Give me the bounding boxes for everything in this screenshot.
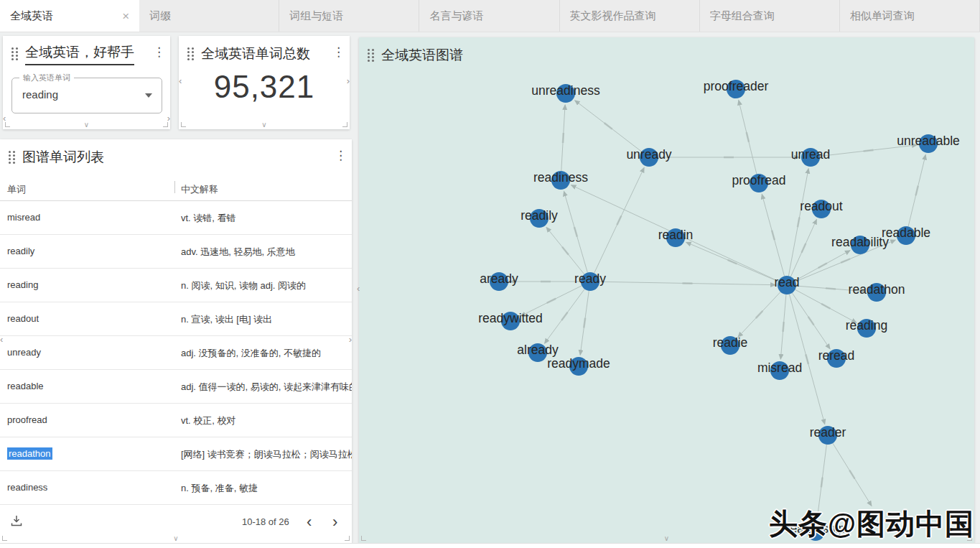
word-cell: readily xyxy=(7,246,34,256)
graph-edge-label-mark xyxy=(771,230,775,240)
chevron-down-icon[interactable] xyxy=(145,93,152,98)
graph-edge-label-mark xyxy=(801,243,806,253)
resize-right-icon[interactable]: › xyxy=(349,335,352,344)
graph-node-label: proofreader xyxy=(704,79,769,93)
meaning-cell: vt. 校正, 校对 xyxy=(181,414,352,427)
tab-7[interactable]: 相似单词查询 xyxy=(840,0,980,32)
tab-5[interactable]: 英文影视作品查询 xyxy=(560,0,700,32)
table-row[interactable]: readableadj. 值得一读的, 易读的, 读起来津津有味的 xyxy=(0,370,352,404)
resize-left-icon[interactable]: ‹ xyxy=(0,335,3,344)
meaning-cell: adj. 没预备的, 没准备的, 不敏捷的 xyxy=(181,347,352,360)
word-select[interactable]: 输入英语单词 reading xyxy=(11,78,162,113)
column-header-meaning[interactable]: 中文解释 xyxy=(181,183,218,196)
word-select-value: reading xyxy=(22,88,58,101)
resize-corner-icon[interactable] xyxy=(163,122,168,127)
word-cell: readout xyxy=(7,313,39,324)
graph-edge-label-mark xyxy=(682,282,692,284)
drag-handle-icon[interactable] xyxy=(11,47,18,61)
resize-corner-icon[interactable] xyxy=(5,122,10,127)
resize-right-icon[interactable]: › xyxy=(347,76,350,85)
panel-total-title: 全域英语单词总数 xyxy=(201,45,310,63)
resize-bottom-icon[interactable]: ∨ xyxy=(84,121,89,129)
graph-edge-label-mark xyxy=(745,132,750,142)
panel-table-title-row: 图谱单词列表 xyxy=(9,148,346,167)
graph-node-label: reading xyxy=(846,318,887,333)
graph-edge-label-mark xyxy=(849,470,856,479)
selected-word-highlight: readathon xyxy=(7,447,52,460)
panel-word-graph: 全域英语图谱 unreadinessproofreaderunreadyunre… xyxy=(359,37,974,543)
resize-corner-icon[interactable] xyxy=(181,122,186,127)
table-row[interactable]: misreadvt. 读错, 看错 xyxy=(0,201,352,235)
tab-label: 名言与谚语 xyxy=(429,9,549,23)
graph-edge-label-mark xyxy=(546,298,556,305)
tab-3[interactable]: 词组与短语 xyxy=(279,0,419,32)
tab-6[interactable]: 字母组合查询 xyxy=(700,0,840,32)
tab-label: 英文影视作品查询 xyxy=(570,9,689,23)
top-tab-bar: 全域英语×词缀词组与短语名言与谚语英文影视作品查询字母组合查询相似单词查询 xyxy=(0,0,980,32)
meaning-cell: n. 预备, 准备, 敏捷 xyxy=(181,482,352,495)
resize-corner-icon[interactable] xyxy=(361,536,366,541)
table-row[interactable]: readilyadv. 迅速地, 轻易地, 乐意地 xyxy=(0,235,352,269)
graph-edge-label-mark xyxy=(797,217,801,227)
meaning-cell: n. 阅读, 知识, 读物 adj. 阅读的 xyxy=(181,279,352,292)
graph-edge-label-mark xyxy=(583,317,586,328)
drag-handle-icon[interactable] xyxy=(9,151,15,164)
table-header: 单词 中文解释 xyxy=(0,177,352,201)
tab-close-icon[interactable]: × xyxy=(122,10,129,22)
table-row[interactable]: unreadyadj. 没预备的, 没准备的, 不敏捷的 xyxy=(0,336,352,370)
more-menu-icon[interactable]: ⋮ xyxy=(153,46,163,58)
graph-node-label: misread xyxy=(757,361,802,375)
meaning-cell: [网络] 读书竞赛；朗读马拉松；阅读马拉松 xyxy=(181,448,352,461)
word-cell: reading xyxy=(7,279,38,290)
download-icon[interactable] xyxy=(10,514,23,527)
table-row[interactable]: readathon[网络] 读书竞赛；朗读马拉松；阅读马拉松 xyxy=(0,437,352,471)
tab-label: 词缀 xyxy=(149,9,269,23)
graph-node-label: already xyxy=(517,343,559,357)
resize-bottom-icon[interactable]: ∨ xyxy=(173,534,178,542)
graph-node-label: readiness xyxy=(533,170,588,185)
graph-edge-label-mark xyxy=(841,258,851,264)
graph-edge-label-mark xyxy=(821,303,831,310)
graph-edge-label-mark xyxy=(616,215,622,226)
resize-left-icon[interactable]: ‹ xyxy=(179,76,182,85)
graph-node-label: readin xyxy=(658,228,694,242)
table-row[interactable]: readinessn. 预备, 准备, 敏捷 xyxy=(0,471,352,505)
word-cell: proofread xyxy=(7,414,47,425)
meaning-cell: vt. 读错, 看错 xyxy=(181,212,352,225)
meaning-cell: adj. 值得一读的, 易读的, 读起来津津有味的 xyxy=(181,381,352,394)
resize-corner-icon[interactable] xyxy=(345,536,350,541)
word-network-graph[interactable]: unreadinessproofreaderunreadyunreadunrea… xyxy=(359,37,974,543)
graph-edge-label-mark xyxy=(782,322,785,332)
more-menu-icon[interactable]: ⋮ xyxy=(332,46,342,58)
resize-corner-icon[interactable] xyxy=(2,536,7,541)
resize-left-icon[interactable]: ‹ xyxy=(357,284,360,293)
tab-4[interactable]: 名言与谚语 xyxy=(419,0,559,32)
graph-node-label: readable xyxy=(882,226,930,240)
table-row[interactable]: readingn. 阅读, 知识, 读物 adj. 阅读的 xyxy=(0,269,352,302)
resize-bottom-icon[interactable]: ∨ xyxy=(664,534,669,542)
graph-node-label: reread xyxy=(818,348,855,363)
table-row[interactable]: proofreadvt. 校正, 校对 xyxy=(0,404,352,437)
column-header-word[interactable]: 单词 xyxy=(7,183,26,196)
resize-corner-icon[interactable] xyxy=(342,122,347,127)
word-cell: readathon xyxy=(7,448,52,459)
more-menu-icon[interactable]: ⋮ xyxy=(335,149,345,162)
graph-edge-label-mark xyxy=(863,149,873,152)
tab-2[interactable]: 词缀 xyxy=(139,0,279,32)
graph-node-label: readathon xyxy=(849,282,905,297)
panel-helper-title-row: 全域英语，好帮手 xyxy=(11,45,164,63)
graph-node-label: reader xyxy=(810,425,846,440)
graph-edge-label-mark xyxy=(915,185,919,195)
tab-1[interactable]: 全域英语× xyxy=(0,0,139,32)
previous-page-icon[interactable]: ‹ xyxy=(307,513,312,531)
tab-label: 字母组合查询 xyxy=(710,9,829,23)
table-row[interactable]: readoutn. 宣读, 读出 [电] 读出 xyxy=(0,302,352,336)
graph-edge-label-mark xyxy=(574,227,578,237)
word-cell: misread xyxy=(7,212,40,223)
panel-total-title-row: 全域英语单词总数 xyxy=(187,45,344,63)
drag-handle-icon[interactable] xyxy=(187,47,194,61)
next-page-icon[interactable]: › xyxy=(332,513,337,531)
column-divider xyxy=(174,181,175,193)
word-select-label: 输入英语单词 xyxy=(19,73,74,83)
resize-bottom-icon[interactable]: ∨ xyxy=(261,121,266,129)
